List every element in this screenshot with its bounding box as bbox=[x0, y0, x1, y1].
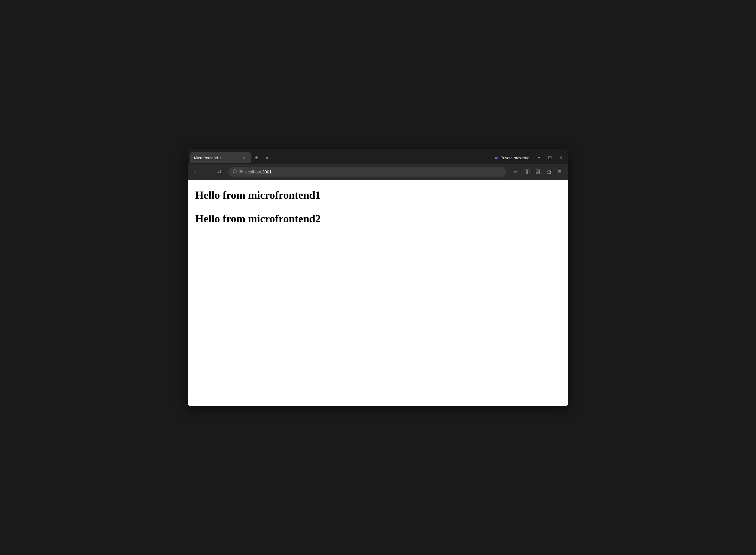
url-text: localhost:3001 bbox=[244, 170, 502, 174]
menu-button[interactable]: ≡ bbox=[555, 167, 564, 177]
new-tab-button[interactable]: + bbox=[252, 153, 261, 163]
navigation-bar: ← → ↺ localhost:3001 ☆ bbox=[188, 164, 568, 180]
reload-button[interactable]: ↺ bbox=[214, 167, 224, 177]
svg-rect-7 bbox=[537, 170, 539, 171]
tab-close-button[interactable]: × bbox=[242, 155, 247, 161]
reader-view-button[interactable] bbox=[522, 167, 532, 177]
maximize-button[interactable]: □ bbox=[545, 153, 555, 163]
url-prefix: localhost: bbox=[244, 170, 262, 174]
private-browsing-label: Private browsing bbox=[501, 156, 530, 160]
back-button[interactable]: ← bbox=[192, 167, 201, 177]
url-port: 3001 bbox=[262, 170, 271, 174]
address-bar[interactable]: localhost:3001 bbox=[228, 167, 506, 177]
private-browsing-badge: ∞ Private browsing bbox=[495, 155, 530, 161]
reader-icon bbox=[239, 170, 243, 174]
page-content: Hello from microfrontend1 Hello from mic… bbox=[188, 180, 568, 406]
close-button[interactable]: × bbox=[556, 153, 565, 163]
bookmark-button[interactable]: ☆ bbox=[511, 167, 521, 177]
heading-microfrontend2: Hello from microfrontend2 bbox=[195, 212, 561, 225]
tab-bar: Microfrontend 1 × + ∨ ∞ Private browsing… bbox=[188, 149, 568, 164]
window-controls: − □ × bbox=[534, 153, 565, 163]
svg-rect-4 bbox=[525, 170, 527, 174]
svg-rect-5 bbox=[527, 170, 529, 174]
browser-window: Microfrontend 1 × + ∨ ∞ Private browsing… bbox=[188, 149, 568, 406]
minimize-button[interactable]: − bbox=[534, 153, 544, 163]
forward-button[interactable]: → bbox=[203, 167, 213, 177]
tab-dropdown-button[interactable]: ∨ bbox=[263, 154, 271, 162]
security-icon bbox=[233, 169, 237, 174]
svg-rect-8 bbox=[537, 172, 539, 174]
tab-bar-right: ∞ Private browsing − □ × bbox=[495, 153, 565, 163]
heading-microfrontend1: Hello from microfrontend1 bbox=[195, 189, 561, 202]
tab-title: Microfrontend 1 bbox=[194, 156, 239, 160]
infinity-icon: ∞ bbox=[495, 155, 499, 161]
extensions-button[interactable] bbox=[544, 167, 554, 177]
active-tab[interactable]: Microfrontend 1 × bbox=[191, 152, 251, 163]
save-button[interactable] bbox=[533, 167, 543, 177]
nav-actions: ☆ ≡ bbox=[511, 167, 564, 177]
